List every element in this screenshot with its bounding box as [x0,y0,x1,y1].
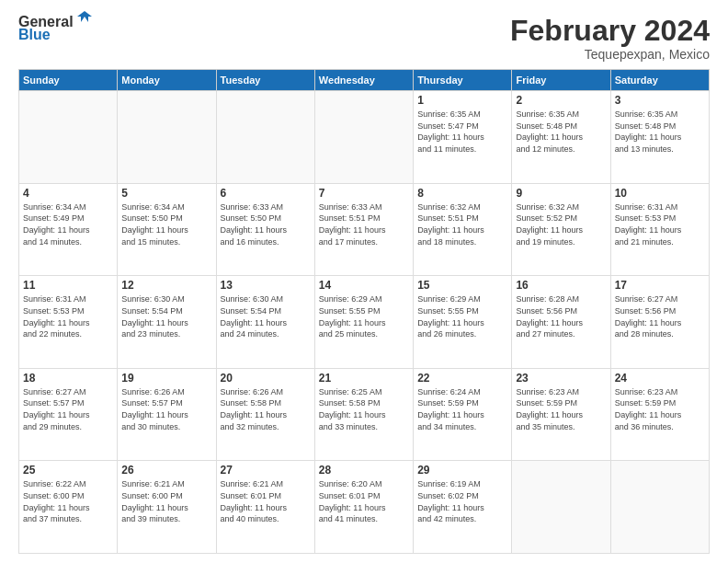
table-row: 23Sunrise: 6:23 AM Sunset: 5:59 PM Dayli… [512,368,610,461]
day-number: 15 [417,279,507,292]
day-number: 22 [417,372,507,385]
table-row: 5Sunrise: 6:34 AM Sunset: 5:50 PM Daylig… [118,183,216,276]
table-row [216,91,314,184]
col-monday: Monday [118,70,216,91]
col-sunday: Sunday [19,70,118,91]
calendar-header-row: Sunday Monday Tuesday Wednesday Thursday… [19,70,710,91]
day-number: 6 [221,187,311,200]
day-number: 4 [23,187,113,200]
day-info: Sunrise: 6:32 AM Sunset: 5:51 PM Dayligh… [417,201,507,247]
day-info: Sunrise: 6:26 AM Sunset: 5:57 PM Dayligh… [121,386,211,432]
table-row: 3Sunrise: 6:35 AM Sunset: 5:48 PM Daylig… [610,91,709,184]
table-row: 9Sunrise: 6:32 AM Sunset: 5:52 PM Daylig… [512,183,610,276]
day-info: Sunrise: 6:27 AM Sunset: 5:56 PM Dayligh… [615,293,705,339]
page: General Blue February 2024 Tequepexpan, … [0,0,728,563]
table-row [512,461,610,554]
day-number: 21 [319,372,409,385]
calendar-week-row: 4Sunrise: 6:34 AM Sunset: 5:49 PM Daylig… [19,183,710,276]
logo-blue-text: Blue [18,28,94,42]
day-info: Sunrise: 6:33 AM Sunset: 5:50 PM Dayligh… [221,201,311,247]
table-row [610,461,709,554]
svg-marker-0 [77,11,92,22]
day-number: 25 [23,464,113,477]
day-info: Sunrise: 6:22 AM Sunset: 6:00 PM Dayligh… [23,478,113,524]
day-info: Sunrise: 6:27 AM Sunset: 5:57 PM Dayligh… [23,386,113,432]
day-info: Sunrise: 6:19 AM Sunset: 6:02 PM Dayligh… [417,478,507,524]
col-thursday: Thursday [414,70,512,91]
table-row: 1Sunrise: 6:35 AM Sunset: 5:47 PM Daylig… [414,91,512,184]
table-row: 7Sunrise: 6:33 AM Sunset: 5:51 PM Daylig… [314,183,413,276]
day-info: Sunrise: 6:29 AM Sunset: 5:55 PM Dayligh… [319,293,409,339]
day-info: Sunrise: 6:35 AM Sunset: 5:48 PM Dayligh… [516,109,606,155]
table-row: 24Sunrise: 6:23 AM Sunset: 5:59 PM Dayli… [610,368,709,461]
day-number: 27 [221,464,311,477]
logo-bird-icon [75,9,94,28]
day-number: 20 [221,372,311,385]
day-number: 23 [516,372,606,385]
table-row [19,91,118,184]
table-row [314,91,413,184]
table-row: 18Sunrise: 6:27 AM Sunset: 5:57 PM Dayli… [19,368,118,461]
logo-container: General Blue [18,15,94,42]
day-info: Sunrise: 6:31 AM Sunset: 5:53 PM Dayligh… [23,293,113,339]
day-info: Sunrise: 6:29 AM Sunset: 5:55 PM Dayligh… [417,293,507,339]
day-info: Sunrise: 6:35 AM Sunset: 5:48 PM Dayligh… [615,109,705,155]
table-row [118,91,216,184]
table-row: 16Sunrise: 6:28 AM Sunset: 5:56 PM Dayli… [512,276,610,369]
table-row: 27Sunrise: 6:21 AM Sunset: 6:01 PM Dayli… [216,461,314,554]
day-number: 14 [319,279,409,292]
day-number: 19 [121,372,211,385]
day-info: Sunrise: 6:34 AM Sunset: 5:49 PM Dayligh… [23,201,113,247]
table-row: 28Sunrise: 6:20 AM Sunset: 6:01 PM Dayli… [314,461,413,554]
day-number: 12 [121,279,211,292]
calendar-week-row: 1Sunrise: 6:35 AM Sunset: 5:47 PM Daylig… [19,91,710,184]
day-info: Sunrise: 6:24 AM Sunset: 5:59 PM Dayligh… [417,386,507,432]
table-row: 4Sunrise: 6:34 AM Sunset: 5:49 PM Daylig… [19,183,118,276]
day-number: 28 [319,464,409,477]
day-info: Sunrise: 6:20 AM Sunset: 6:01 PM Dayligh… [319,478,409,524]
col-tuesday: Tuesday [216,70,314,91]
day-info: Sunrise: 6:30 AM Sunset: 5:54 PM Dayligh… [221,293,311,339]
day-number: 11 [23,279,113,292]
day-info: Sunrise: 6:35 AM Sunset: 5:47 PM Dayligh… [417,109,507,155]
col-wednesday: Wednesday [314,70,413,91]
day-number: 24 [615,372,705,385]
calendar-week-row: 25Sunrise: 6:22 AM Sunset: 6:00 PM Dayli… [19,461,710,554]
day-info: Sunrise: 6:21 AM Sunset: 6:00 PM Dayligh… [121,478,211,524]
day-number: 9 [516,187,606,200]
table-row: 15Sunrise: 6:29 AM Sunset: 5:55 PM Dayli… [414,276,512,369]
col-saturday: Saturday [610,70,709,91]
table-row: 6Sunrise: 6:33 AM Sunset: 5:50 PM Daylig… [216,183,314,276]
calendar-week-row: 11Sunrise: 6:31 AM Sunset: 5:53 PM Dayli… [19,276,710,369]
day-info: Sunrise: 6:31 AM Sunset: 5:53 PM Dayligh… [615,201,705,247]
calendar-week-row: 18Sunrise: 6:27 AM Sunset: 5:57 PM Dayli… [19,368,710,461]
day-info: Sunrise: 6:25 AM Sunset: 5:58 PM Dayligh… [319,386,409,432]
day-number: 5 [121,187,211,200]
table-row: 11Sunrise: 6:31 AM Sunset: 5:53 PM Dayli… [19,276,118,369]
day-number: 3 [615,94,705,107]
table-row: 12Sunrise: 6:30 AM Sunset: 5:54 PM Dayli… [118,276,216,369]
table-row: 2Sunrise: 6:35 AM Sunset: 5:48 PM Daylig… [512,91,610,184]
day-info: Sunrise: 6:23 AM Sunset: 5:59 PM Dayligh… [516,386,606,432]
col-friday: Friday [512,70,610,91]
calendar-table: Sunday Monday Tuesday Wednesday Thursday… [18,69,710,554]
day-number: 8 [417,187,507,200]
day-info: Sunrise: 6:23 AM Sunset: 5:59 PM Dayligh… [615,386,705,432]
day-number: 17 [615,279,705,292]
table-row: 29Sunrise: 6:19 AM Sunset: 6:02 PM Dayli… [414,461,512,554]
day-info: Sunrise: 6:34 AM Sunset: 5:50 PM Dayligh… [121,201,211,247]
logo: General Blue [18,15,94,42]
page-title: February 2024 [510,15,710,47]
table-row: 10Sunrise: 6:31 AM Sunset: 5:53 PM Dayli… [610,183,709,276]
day-number: 29 [417,464,507,477]
day-number: 18 [23,372,113,385]
table-row: 8Sunrise: 6:32 AM Sunset: 5:51 PM Daylig… [414,183,512,276]
day-number: 7 [319,187,409,200]
table-row: 22Sunrise: 6:24 AM Sunset: 5:59 PM Dayli… [414,368,512,461]
table-row: 14Sunrise: 6:29 AM Sunset: 5:55 PM Dayli… [314,276,413,369]
day-number: 26 [121,464,211,477]
page-subtitle: Tequepexpan, Mexico [510,47,710,62]
table-row: 21Sunrise: 6:25 AM Sunset: 5:58 PM Dayli… [314,368,413,461]
table-row: 17Sunrise: 6:27 AM Sunset: 5:56 PM Dayli… [610,276,709,369]
day-info: Sunrise: 6:33 AM Sunset: 5:51 PM Dayligh… [319,201,409,247]
